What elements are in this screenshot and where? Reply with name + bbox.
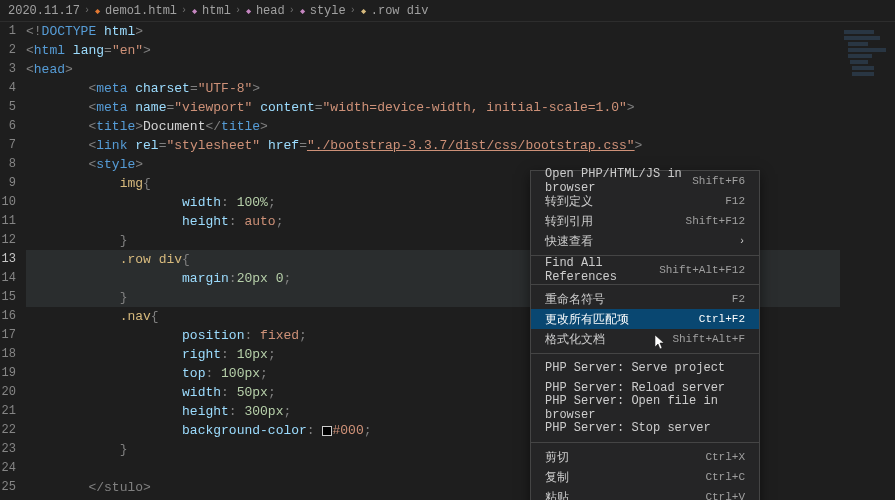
chevron-right-icon: › xyxy=(289,5,295,16)
code-line[interactable]: <html lang="en"> xyxy=(26,41,840,60)
chevron-right-icon: › xyxy=(181,5,187,16)
code-line[interactable]: <meta charset="UTF-8"> xyxy=(26,79,840,98)
chevron-right-icon: › xyxy=(350,5,356,16)
menu-item-label: 更改所有匹配项 xyxy=(545,311,629,328)
tag-icon: ⬥ xyxy=(245,4,252,18)
menu-item-label: 转到引用 xyxy=(545,213,593,230)
code-line[interactable]: <title>Document</title> xyxy=(26,117,840,136)
breadcrumb-item[interactable]: head xyxy=(256,4,285,18)
menu-item[interactable]: PHP Server: Open file in browser xyxy=(531,398,759,418)
menu-item-label: 转到定义 xyxy=(545,193,593,210)
breadcrumb: 2020.11.17 › ⬥ demo1.html › ⬥ html › ⬥ h… xyxy=(0,0,895,22)
menu-item-label: PHP Server: Serve project xyxy=(545,361,725,375)
menu-item-label: 快速查看 xyxy=(545,233,593,250)
menu-item[interactable]: 重命名符号F2 xyxy=(531,289,759,309)
breadcrumb-item[interactable]: html xyxy=(202,4,231,18)
menu-item-label: PHP Server: Reload server xyxy=(545,381,725,395)
mouse-cursor-icon xyxy=(655,335,667,355)
menu-item[interactable]: 粘贴Ctrl+V xyxy=(531,487,759,500)
menu-item-label: 粘贴 xyxy=(545,489,569,501)
menu-item[interactable]: 格式化文档Shift+Alt+F xyxy=(531,329,759,349)
tag-icon: ⬥ xyxy=(191,4,198,18)
chevron-right-icon: › xyxy=(235,5,241,16)
menu-item-label: Find All References xyxy=(545,256,659,284)
menu-item[interactable]: 剪切Ctrl+X xyxy=(531,447,759,467)
menu-item-shortcut: F2 xyxy=(732,293,745,305)
code-line[interactable]: <!DOCTYPE html> xyxy=(26,22,840,41)
code-line[interactable]: <meta name="viewport" content="width=dev… xyxy=(26,98,840,117)
menu-separator xyxy=(531,284,759,285)
breadcrumb-folder[interactable]: 2020.11.17 xyxy=(8,4,80,18)
chevron-right-icon: › xyxy=(84,5,90,16)
editor-area: 1234567891011121314151617181920212223242… xyxy=(0,22,895,500)
code-line[interactable]: <link rel="stylesheet" href="./bootstrap… xyxy=(26,136,840,155)
menu-item-label: 重命名符号 xyxy=(545,291,605,308)
breadcrumb-item[interactable]: .row div xyxy=(371,4,429,18)
menu-item-shortcut: Ctrl+C xyxy=(705,471,745,483)
menu-item-shortcut: F12 xyxy=(725,195,745,207)
menu-item-label: 剪切 xyxy=(545,449,569,466)
css-icon: ⬥ xyxy=(360,4,367,18)
menu-item[interactable]: 快速查看› xyxy=(531,231,759,251)
menu-item[interactable]: 复制Ctrl+C xyxy=(531,467,759,487)
menu-item-shortcut: Shift+Alt+F12 xyxy=(659,264,745,276)
chevron-right-icon: › xyxy=(739,236,745,247)
menu-item-label: 复制 xyxy=(545,469,569,486)
menu-item-shortcut: Shift+Alt+F xyxy=(672,333,745,345)
menu-item-label: PHP Server: Stop server xyxy=(545,421,711,435)
tag-icon: ⬥ xyxy=(299,4,306,18)
context-menu: Open PHP/HTML/JS in browserShift+F6转到定义F… xyxy=(530,170,760,500)
menu-item-shortcut: Ctrl+V xyxy=(705,491,745,500)
menu-item-label: PHP Server: Open file in browser xyxy=(545,394,745,422)
menu-item-shortcut: Ctrl+X xyxy=(705,451,745,463)
menu-item-label: Open PHP/HTML/JS in browser xyxy=(545,167,692,195)
menu-item-label: 格式化文档 xyxy=(545,331,605,348)
menu-item-shortcut: Ctrl+F2 xyxy=(699,313,745,325)
menu-item[interactable]: 更改所有匹配项Ctrl+F2 xyxy=(531,309,759,329)
menu-item[interactable]: Find All ReferencesShift+Alt+F12 xyxy=(531,260,759,280)
menu-item-shortcut: Shift+F12 xyxy=(686,215,745,227)
menu-item[interactable]: 转到引用Shift+F12 xyxy=(531,211,759,231)
menu-separator xyxy=(531,442,759,443)
html-file-icon: ⬥ xyxy=(94,4,101,18)
minimap[interactable] xyxy=(840,22,895,500)
menu-item[interactable]: Open PHP/HTML/JS in browserShift+F6 xyxy=(531,171,759,191)
breadcrumb-item[interactable]: style xyxy=(310,4,346,18)
code-line[interactable]: <head> xyxy=(26,60,840,79)
line-number-gutter: 1234567891011121314151617181920212223242… xyxy=(0,22,22,500)
menu-separator xyxy=(531,353,759,354)
breadcrumb-file[interactable]: demo1.html xyxy=(105,4,177,18)
menu-item-shortcut: Shift+F6 xyxy=(692,175,745,187)
menu-item[interactable]: PHP Server: Serve project xyxy=(531,358,759,378)
